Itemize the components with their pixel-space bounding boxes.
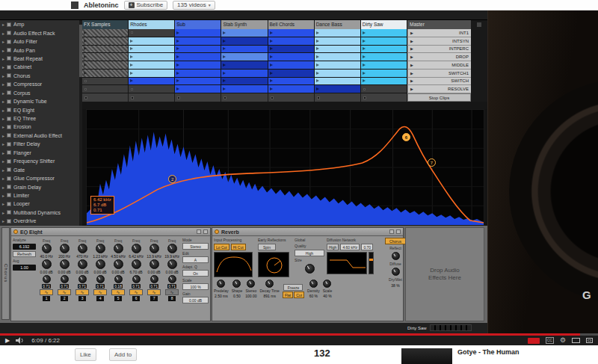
band-type-button[interactable]: ∿ <box>40 289 53 295</box>
shelf-gain-field[interactable]: 0.70 <box>361 244 373 250</box>
scene-slot[interactable]: ▶INT1 <box>407 29 471 37</box>
clip[interactable] <box>129 46 175 54</box>
diffusion-display[interactable] <box>327 252 367 274</box>
clip[interactable] <box>361 70 407 78</box>
band-number-button[interactable]: 5 <box>114 296 122 301</box>
empty-clip-slot[interactable] <box>361 85 407 93</box>
clip-play-icon[interactable] <box>176 87 179 90</box>
band-number-button[interactable]: 7 <box>150 296 158 301</box>
clip-play-icon[interactable] <box>176 79 179 82</box>
track-header[interactable]: Bell Chords <box>268 20 315 29</box>
browser-item[interactable]: ▸Limiter <box>0 191 81 200</box>
clip[interactable] <box>82 46 129 54</box>
clip-play-icon[interactable] <box>223 87 226 90</box>
size-knob[interactable] <box>305 264 315 274</box>
freq-knob[interactable] <box>96 244 105 253</box>
clip[interactable] <box>315 85 361 93</box>
band-number-button[interactable]: 2 <box>61 296 68 301</box>
browser-item[interactable]: ▸Cabinet <box>0 63 81 71</box>
gain-knob[interactable] <box>150 259 159 269</box>
clip-play-icon[interactable] <box>176 72 179 75</box>
scene-play-icon[interactable]: ▶ <box>410 55 413 59</box>
freq-knob[interactable] <box>167 244 177 253</box>
clip[interactable] <box>221 53 268 61</box>
clip-play-icon[interactable] <box>176 47 179 50</box>
band-type-button[interactable]: ∿ <box>129 289 143 295</box>
fullscreen-icon[interactable] <box>586 338 593 343</box>
clip[interactable] <box>268 53 315 61</box>
scene-slot[interactable]: ▶DROP <box>407 53 471 61</box>
q-knob[interactable] <box>132 275 141 283</box>
clip[interactable] <box>82 29 129 37</box>
browser-item[interactable]: ▸Dynamic Tube <box>0 97 81 105</box>
freq-knob[interactable] <box>114 244 123 253</box>
flat-button[interactable]: Flat <box>283 291 293 298</box>
scene-slot[interactable]: ▶MIDDLE <box>407 61 471 70</box>
clip-stop-button[interactable] <box>268 93 315 102</box>
clip[interactable] <box>315 61 361 70</box>
edit-toggle[interactable]: A <box>182 256 209 263</box>
param-knob[interactable] <box>323 280 331 288</box>
clip-play-icon[interactable] <box>316 79 319 82</box>
clip-play-icon[interactable] <box>130 79 133 82</box>
browser-item[interactable]: ▸Erosion <box>0 123 81 131</box>
track-header[interactable]: Rhodes <box>129 20 175 29</box>
quality-select[interactable]: High <box>295 250 324 256</box>
clip-play-icon[interactable] <box>363 55 366 58</box>
clip[interactable] <box>175 61 221 70</box>
theater-mode-icon[interactable] <box>572 338 580 343</box>
clip-stop-button[interactable] <box>175 93 221 102</box>
clip-play-icon[interactable] <box>363 64 366 67</box>
clip[interactable] <box>268 85 315 93</box>
scene-slot[interactable]: ▶RESOLVE <box>407 85 471 93</box>
video-player[interactable]: ▸Amp▸Audio Effect Rack▸Auto Filter▸Auto … <box>0 10 598 345</box>
freq-knob[interactable] <box>60 244 70 253</box>
clip[interactable] <box>268 61 315 70</box>
clip-play-icon[interactable] <box>316 64 319 67</box>
clip-play-icon[interactable] <box>223 31 226 34</box>
scene-play-icon[interactable]: ▶ <box>410 87 413 91</box>
param-knob[interactable] <box>232 280 241 288</box>
clip[interactable] <box>315 78 361 86</box>
scene-slot[interactable]: ▶INTPERC <box>407 46 471 54</box>
browser-item[interactable]: ▸Frequency Shifter <box>0 157 81 165</box>
clip[interactable] <box>129 70 175 78</box>
clip-play-icon[interactable] <box>84 64 87 67</box>
scene-play-icon[interactable]: ▶ <box>410 78 413 83</box>
browser-item[interactable]: ▸Multiband Dynamics <box>0 209 81 217</box>
clip[interactable] <box>315 70 361 78</box>
related-video-title[interactable]: Gotye - The Human <box>457 348 585 356</box>
clip-play-icon[interactable] <box>223 55 226 58</box>
q-knob[interactable] <box>150 275 158 283</box>
clip[interactable] <box>268 78 315 86</box>
clip[interactable] <box>268 70 315 78</box>
diffusion-slider[interactable] <box>369 252 374 274</box>
clip[interactable] <box>315 53 361 61</box>
band-number-button[interactable]: 1 <box>43 296 50 301</box>
empty-clip-slot[interactable] <box>129 85 175 93</box>
browser-item[interactable]: ▸EQ Eight <box>0 105 81 114</box>
clip[interactable] <box>82 37 129 46</box>
scene-play-icon[interactable]: ▶ <box>410 31 413 35</box>
youtube-logo-icon[interactable] <box>528 338 540 344</box>
scene-play-icon[interactable]: ▶ <box>410 71 413 75</box>
clip-play-icon[interactable] <box>223 47 226 50</box>
clip-play-icon[interactable] <box>363 40 366 43</box>
clip[interactable] <box>315 37 361 46</box>
browser-item[interactable]: ▸Overdrive <box>0 217 81 225</box>
browser-item[interactable]: ▸Corpus <box>0 89 81 97</box>
browser-item[interactable]: ▸Beat Repeat <box>0 55 81 63</box>
q-knob[interactable] <box>61 275 69 283</box>
scene-play-icon[interactable]: ▶ <box>410 46 413 51</box>
clip[interactable] <box>268 29 315 37</box>
band-number-button[interactable]: 8 <box>168 296 176 301</box>
related-video-thumbnail[interactable] <box>401 348 452 364</box>
clip-play-icon[interactable] <box>176 40 179 43</box>
band-type-button[interactable]: ∿ <box>165 289 179 295</box>
clip-play-icon[interactable] <box>130 47 133 50</box>
io-toggle-icon[interactable] <box>477 22 481 27</box>
channel-name[interactable]: Abletoninc <box>84 1 119 9</box>
session-scrollbar[interactable] <box>471 29 487 93</box>
track-header[interactable]: FX Samples <box>82 20 129 29</box>
clip-play-icon[interactable] <box>363 31 366 34</box>
